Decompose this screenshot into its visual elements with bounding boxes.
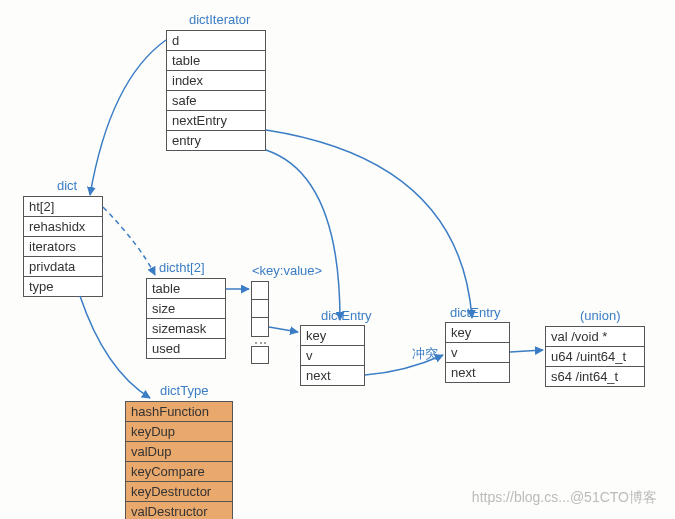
dictentry-field: v xyxy=(301,346,364,366)
dictiterator-field: entry xyxy=(167,131,265,150)
dictentry-field: key xyxy=(301,326,364,346)
array-dots: ⋮ xyxy=(254,337,268,351)
dictht-field: table xyxy=(147,279,225,299)
dictentry1-box: key v next xyxy=(300,325,365,386)
dictiterator-field: table xyxy=(167,51,265,71)
dictentry-field: next xyxy=(301,366,364,385)
keyvalue-array xyxy=(251,281,269,337)
dicttype-box: hashFunction keyDup valDup keyCompare ke… xyxy=(125,401,233,519)
watermark: https://blog.cs...@51CTO博客 xyxy=(472,489,657,507)
dictentry2-title: dictEntry xyxy=(450,305,501,320)
dict-field: iterators xyxy=(24,237,102,257)
array-cell xyxy=(252,300,268,318)
dictiterator-box: d table index safe nextEntry entry xyxy=(166,30,266,151)
dictentry-field: next xyxy=(446,363,509,382)
union-field: val /void * xyxy=(546,327,644,347)
dicttype-title: dictType xyxy=(160,383,208,398)
conflict-label: 冲突 xyxy=(412,345,438,363)
union-title: (union) xyxy=(580,308,620,323)
dictht-field: size xyxy=(147,299,225,319)
dictht-box: table size sizemask used xyxy=(146,278,226,359)
dictht-field: sizemask xyxy=(147,319,225,339)
dicttype-field: keyCompare xyxy=(126,462,232,482)
dict-field: ht[2] xyxy=(24,197,102,217)
dictht-title: dictht[2] xyxy=(159,260,205,275)
dict-field: rehashidx xyxy=(24,217,102,237)
dict-title: dict xyxy=(57,178,77,193)
dicttype-field: valDestructor xyxy=(126,502,232,519)
dictentry1-title: dictEntry xyxy=(321,308,372,323)
dicttype-field: valDup xyxy=(126,442,232,462)
dictentry-field: v xyxy=(446,343,509,363)
dictentry-field: key xyxy=(446,323,509,343)
dict-box: ht[2] rehashidx iterators privdata type xyxy=(23,196,103,297)
dictiterator-field: index xyxy=(167,71,265,91)
dicttype-field: keyDup xyxy=(126,422,232,442)
dictiterator-field: safe xyxy=(167,91,265,111)
keyvalue-title: <key:value> xyxy=(252,263,322,278)
dictiterator-field: nextEntry xyxy=(167,111,265,131)
union-box: val /void * u64 /uint64_t s64 /int64_t xyxy=(545,326,645,387)
union-field: s64 /int64_t xyxy=(546,367,644,386)
dict-field: privdata xyxy=(24,257,102,277)
union-field: u64 /uint64_t xyxy=(546,347,644,367)
dictht-field: used xyxy=(147,339,225,358)
dictiterator-title: dictIterator xyxy=(189,12,250,27)
dict-field: type xyxy=(24,277,102,296)
dicttype-field: keyDestructor xyxy=(126,482,232,502)
dicttype-field: hashFunction xyxy=(126,402,232,422)
array-cell xyxy=(252,282,268,300)
dictentry2-box: key v next xyxy=(445,322,510,383)
dictiterator-field: d xyxy=(167,31,265,51)
array-cell xyxy=(252,318,268,336)
